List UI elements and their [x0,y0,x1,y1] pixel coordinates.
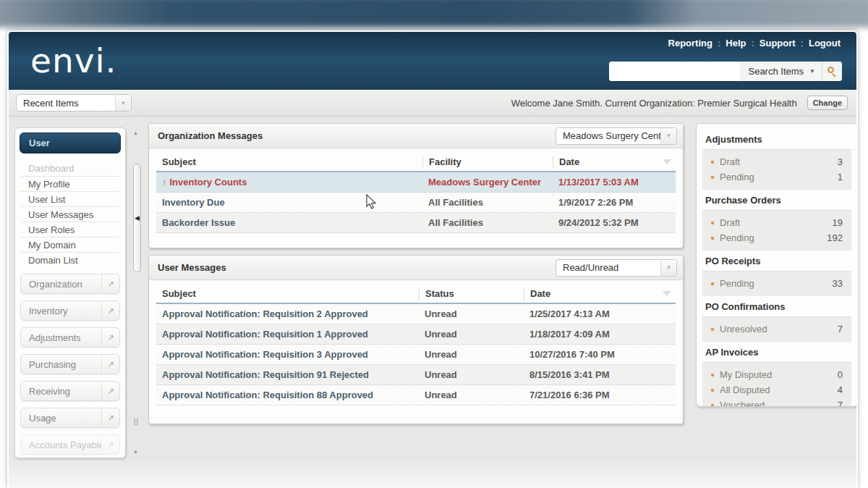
panel-title: User Messages [158,262,556,273]
sidebar-item-user-messages[interactable]: User Messages [21,206,119,222]
screen: envi. Reporting:Help:Support:Logout Sear… [0,0,868,488]
message-subject: Approval Notification: Requisition 91 Re… [156,369,419,380]
message-status: Unread [419,390,524,400]
message-date: 9/24/2012 5:32 PM [553,217,676,228]
message-facility: All Facilities [422,217,553,228]
left-sidebar: User Dashboard My Profile User List User… [14,127,126,458]
message-subject: Approval Notification: Requisition 3 App… [156,349,419,360]
user-messages-panel: User Messages Read/Unread ▼ Subject Stat… [148,255,684,424]
message-subject: Inventory Due [156,197,422,208]
sidebar-section-receiving[interactable]: Receiving ↗ [20,381,120,401]
sidebar-section-accounts-payable[interactable]: Accounts Payable ↗ [20,434,120,455]
bullet-icon [711,222,714,224]
count-badge: 192 [827,232,847,243]
chevron-down-icon: ▼ [666,264,672,271]
sidebar-collapse-handle[interactable]: ◀ [133,164,141,272]
dropdown-button[interactable]: ▼ [660,128,676,144]
scrollbar-thumb[interactable] [134,418,138,425]
sidebar-section-inventory[interactable]: Inventory ↗ [20,300,120,321]
summary-section-po-confirmations[interactable]: PO Confirmations [702,296,851,317]
column-header-date[interactable]: Date [524,287,676,300]
user-messages-table: Subject Status Date Approval Notificatio… [149,280,683,405]
search-input[interactable] [609,62,741,81]
table-row[interactable]: Inventory Due All Facilities 1/9/2017 2:… [156,193,676,213]
column-header-subject[interactable]: Subject [156,156,422,167]
link-help[interactable]: Help [726,38,746,49]
link-logout[interactable]: Logout [809,38,841,49]
sidebar-menu: Dashboard My Profile User List User Mess… [21,161,119,267]
summary-link-draft[interactable]: Draft 19 [707,215,847,230]
recent-items-dropdown[interactable]: Recent Items ▼ [16,94,132,112]
dropdown-button[interactable]: ▼ [115,95,131,111]
table-row[interactable]: Backorder Issue All Facilities 9/24/2012… [156,213,676,233]
bullet-icon [711,404,714,407]
summary-link-all-disputed[interactable]: All Disputed 4 [707,382,847,397]
sidebar-item-domain-list[interactable]: Domain List [21,252,119,267]
summary-link-vouchered[interactable]: Vouchered 7 [707,397,847,407]
scroll-down-icon[interactable]: ▼ [133,450,138,455]
summary-section-ap-invoices[interactable]: AP Invoices [702,342,851,363]
summary-link-unresolved[interactable]: Unresolved 7 [707,321,847,337]
search-button[interactable] [822,62,842,81]
dropdown-button[interactable]: ▼ [660,260,676,276]
column-header-subject[interactable]: Subject [156,288,419,299]
sidebar-section-usage[interactable]: Usage ↗ [20,408,120,428]
sidebar-section-user[interactable]: User [20,132,121,153]
filter-funnel-icon[interactable] [663,159,671,164]
message-subject: Approval Notification: Requisition 2 App… [156,308,419,319]
facility-filter-value: Meadows Surgery Center [556,128,660,144]
summary-link-draft[interactable]: Draft 3 [707,154,847,169]
table-row[interactable]: Approval Notification: Requisition 91 Re… [156,365,676,385]
change-org-button[interactable]: Change [807,96,848,110]
summary-panel: Adjustments Draft 3 Pending 1 Purchase O… [696,123,858,407]
summary-section-purchase-orders[interactable]: Purchase Orders [702,190,851,211]
message-date: 1/18/2017 4:09 AM [524,329,676,340]
sidebar-item-my-profile[interactable]: My Profile [21,176,119,191]
table-row[interactable]: Approval Notification: Requisition 3 App… [156,345,676,365]
search-scope-label: Search Items [748,66,804,77]
sidebar-item-user-roles[interactable]: User Roles [21,222,119,237]
summary-link-pending[interactable]: Pending 33 [707,276,847,291]
facility-filter-dropdown[interactable]: Meadows Surgery Center ▼ [556,127,677,145]
filter-funnel-icon[interactable] [663,291,671,296]
link-separator: : [801,38,804,49]
column-header-facility[interactable]: Facility [422,156,553,169]
column-header-status[interactable]: Status [419,287,524,300]
sidebar-section-purchasing[interactable]: Purchasing ↗ [20,354,120,374]
summary-link-pending[interactable]: Pending 1 [707,169,847,185]
table-row[interactable]: Approval Notification: Requisition 2 App… [156,304,676,324]
message-facility: Meadows Surgery Center [422,177,553,188]
search-scope-dropdown[interactable]: Search Items ▼ [741,62,822,81]
table-row[interactable]: ↑Inventory Counts Meadows Surgery Center… [156,172,676,193]
bottom-fade [9,458,856,488]
bullet-icon [711,328,714,331]
table-row[interactable]: Approval Notification: Requisition 88 Ap… [156,385,676,405]
count-badge: 3 [838,156,847,167]
chevron-down-icon: ▼ [809,68,815,75]
panel-title: Organization Messages [158,130,556,141]
summary-items: My Disputed 0 All Disputed 4 Vouchered 7 [702,363,851,407]
scroll-up-icon[interactable]: ▲ [133,130,138,135]
sidebar-item-my-domain[interactable]: My Domain [21,237,119,252]
link-reporting[interactable]: Reporting [668,38,712,49]
app-window: envi. Reporting:Help:Support:Logout Sear… [7,30,858,488]
sidebar-item-user-list[interactable]: User List [21,191,119,206]
blurred-background-banner [0,0,868,28]
bullet-icon [711,282,714,285]
read-unread-filter-value: Read/Unread [556,260,660,276]
count-badge: 0 [838,369,847,380]
table-row[interactable]: Approval Notification: Requisition 1 App… [156,324,676,345]
sidebar-section-adjustments[interactable]: Adjustments ↗ [20,327,120,348]
sidebar-section-organization[interactable]: Organization ↗ [20,274,120,294]
column-header-date[interactable]: Date [553,156,676,169]
summary-link-my-disputed[interactable]: My Disputed 0 [707,367,847,382]
summary-section-adjustments[interactable]: Adjustments [702,129,851,150]
summary-section-po-receipts[interactable]: PO Receipts [702,251,851,272]
summary-items: Draft 3 Pending 1 [702,150,851,190]
organization-messages-panel: Organization Messages Meadows Surgery Ce… [148,123,684,248]
collapse-left-icon: ◀ [135,214,140,222]
message-subject: Approval Notification: Requisition 1 App… [156,329,419,340]
summary-link-pending[interactable]: Pending 192 [707,230,847,245]
read-unread-filter-dropdown[interactable]: Read/Unread ▼ [556,259,677,277]
link-support[interactable]: Support [760,38,796,49]
